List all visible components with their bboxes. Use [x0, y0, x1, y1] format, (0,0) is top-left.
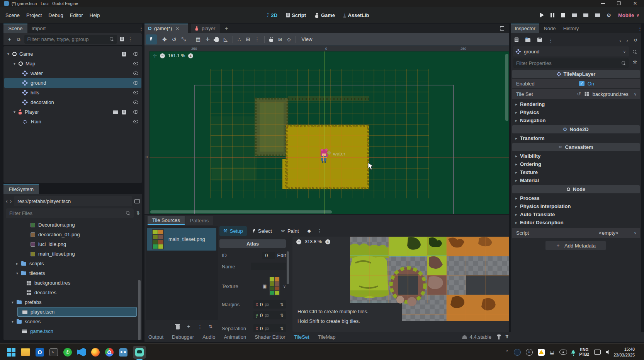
tileset-dropdown-icon[interactable]: ∨: [634, 92, 637, 96]
stop-button[interactable]: [561, 13, 565, 17]
eraser-icon[interactable]: ◆: [308, 228, 311, 234]
category-node2d[interactable]: Node2D: [512, 125, 640, 133]
run-target-dropdown[interactable]: Mobile∨: [618, 7, 639, 23]
texture-dropdown-icon[interactable]: ∨: [283, 284, 286, 288]
tree-row-map[interactable]: ▾ Map: [4, 59, 141, 68]
tab-import[interactable]: Import: [27, 24, 50, 33]
stepper-icon[interactable]: ⇅: [280, 313, 284, 318]
fold-physics[interactable]: ▸Physics: [512, 108, 640, 116]
play-button[interactable]: [540, 13, 544, 17]
fold-visibility[interactable]: ▸Visibility: [512, 152, 640, 160]
visibility-toggle[interactable]: [131, 52, 141, 56]
tray-clock[interactable]: 15:48 23/03/2025: [613, 346, 635, 358]
sources-menu-icon[interactable]: ⋮: [197, 324, 202, 330]
add-metadata-button[interactable]: ＋ Add Metadata: [545, 241, 606, 250]
tree-row-rain[interactable]: Rain: [4, 117, 141, 126]
tray-steam-icon[interactable]: [514, 349, 521, 356]
file-row-playertscn[interactable]: player.tscn: [17, 307, 137, 317]
zoom-in-button[interactable]: ＋: [188, 53, 193, 58]
script-attached-icon[interactable]: [122, 110, 126, 114]
tree-row-water[interactable]: water: [4, 68, 141, 78]
bottom-tab-tileset[interactable]: TileSet: [294, 334, 309, 340]
nav-forward-button[interactable]: ›: [10, 198, 12, 204]
bottom-tab-debugger[interactable]: Debugger: [172, 334, 194, 340]
folder-row-prefabs[interactable]: ▾ prefabs: [3, 297, 137, 307]
tool-ruler-button[interactable]: ◺: [224, 36, 228, 42]
tool-list-select-button[interactable]: ▤: [196, 36, 201, 42]
fold-material[interactable]: ▸Material: [512, 176, 640, 184]
script-attached-icon[interactable]: [122, 52, 126, 56]
file-row-gametscn[interactable]: game.tscn: [3, 326, 137, 336]
new-tab-button[interactable]: ＋: [224, 25, 229, 32]
sort-icon[interactable]: ⇅: [136, 210, 140, 216]
scene-canvas[interactable]: water: [150, 51, 509, 214]
tab-filesystem[interactable]: FileSystem: [3, 184, 39, 194]
id-edit-button[interactable]: Edit: [277, 253, 286, 258]
add-source-icon[interactable]: ＋: [186, 323, 191, 330]
tab-tile-sources[interactable]: Tile Sources: [148, 216, 185, 225]
save-resource-icon[interactable]: [537, 37, 542, 44]
tileset-value[interactable]: background.tres: [592, 91, 628, 97]
play-scene-button[interactable]: [572, 13, 577, 17]
workspace-2d[interactable]: ⤴2D: [267, 12, 277, 18]
taskbar-outlook-icon[interactable]: O: [36, 348, 44, 357]
center-view-icon[interactable]: ⊹: [153, 53, 157, 58]
split-view-icon[interactable]: [134, 199, 140, 203]
grid-snap-button[interactable]: ⊞: [246, 36, 250, 42]
fold-navigation[interactable]: ▸Navigation: [512, 116, 640, 125]
visibility-toggle[interactable]: [131, 101, 141, 104]
file-row-luciidle[interactable]: luci_idle.png: [3, 239, 137, 249]
file-row-decorations[interactable]: Decorations.png: [3, 220, 137, 230]
sources-sort-icon[interactable]: ⇅: [209, 324, 212, 329]
lock-button[interactable]: [269, 39, 273, 42]
script-value[interactable]: <empty>: [599, 230, 619, 236]
tab-inspector[interactable]: Inspector: [511, 24, 539, 33]
taskbar-chrome-icon[interactable]: [105, 348, 114, 357]
fold-physics-interpolation[interactable]: ▸Physics Interpolation: [512, 202, 640, 210]
atlas-image[interactable]: [350, 237, 509, 332]
folder-row-tilesets[interactable]: ▾ tilesets: [3, 268, 137, 278]
history-forward-icon[interactable]: ›: [627, 38, 628, 43]
workspace-game[interactable]: Game: [314, 12, 335, 18]
atlas-scrollbar[interactable]: [287, 251, 289, 284]
atlas-zoom-level[interactable]: 313.8 %: [305, 239, 322, 244]
tile-source-item[interactable]: main_tileset.png: [147, 228, 216, 251]
path-bar[interactable]: res://prefabs/player.tscn: [14, 196, 132, 206]
pin-bottom-panel-icon[interactable]: [498, 336, 500, 340]
visibility-toggle[interactable]: [131, 91, 141, 94]
workspace-script[interactable]: Script: [286, 12, 306, 18]
fold-editor-description[interactable]: ▸Editor Description: [512, 218, 640, 227]
tray-language[interactable]: ENG PTB2: [579, 348, 590, 357]
resource-menu-icon[interactable]: ⋮: [548, 38, 553, 43]
open-docs-icon[interactable]: [633, 50, 637, 54]
id-value[interactable]: 0: [262, 252, 275, 259]
tool-scale-button[interactable]: ⤡: [181, 36, 185, 43]
attach-script-button[interactable]: [120, 36, 124, 43]
tray-drive-icon[interactable]: [538, 349, 545, 356]
fold-ordering[interactable]: ▸Ordering: [512, 160, 640, 168]
stepper-icon[interactable]: ⇅: [280, 302, 284, 307]
tray-usb-icon[interactable]: ⬓: [550, 350, 554, 355]
tool-pivot-button[interactable]: ✛: [206, 36, 210, 42]
window-close-button[interactable]: ✕: [633, 1, 637, 6]
taskbar-vscode-icon[interactable]: [77, 348, 86, 357]
load-resource-icon[interactable]: [525, 37, 530, 44]
visibility-toggle[interactable]: [131, 81, 141, 85]
node-selector[interactable]: ground ∨: [513, 46, 629, 56]
bottom-tab-animation[interactable]: Animation: [224, 334, 246, 340]
atlas-zoom-out-button[interactable]: −: [296, 239, 301, 244]
margins-y-field[interactable]: y 0 px ⇅: [253, 311, 286, 319]
tree-row-hills[interactable]: hills: [4, 88, 141, 97]
group-button[interactable]: ◇: [287, 37, 291, 42]
visibility-toggle[interactable]: [131, 110, 141, 114]
play-custom-scene-button[interactable]: [583, 13, 588, 17]
tab-patterns[interactable]: Patterns: [185, 216, 213, 225]
bottom-tab-audio[interactable]: Audio: [202, 334, 215, 340]
tray-volume-icon[interactable]: [606, 350, 608, 355]
stepper-icon[interactable]: ⇅: [280, 326, 284, 331]
tray-cast-icon[interactable]: [559, 350, 567, 355]
visibility-toggle[interactable]: [131, 72, 141, 75]
mode-setup-button[interactable]: ⚒Setup: [219, 226, 247, 236]
unlock-button[interactable]: ⊠: [278, 37, 282, 42]
delete-source-icon[interactable]: [176, 325, 180, 329]
